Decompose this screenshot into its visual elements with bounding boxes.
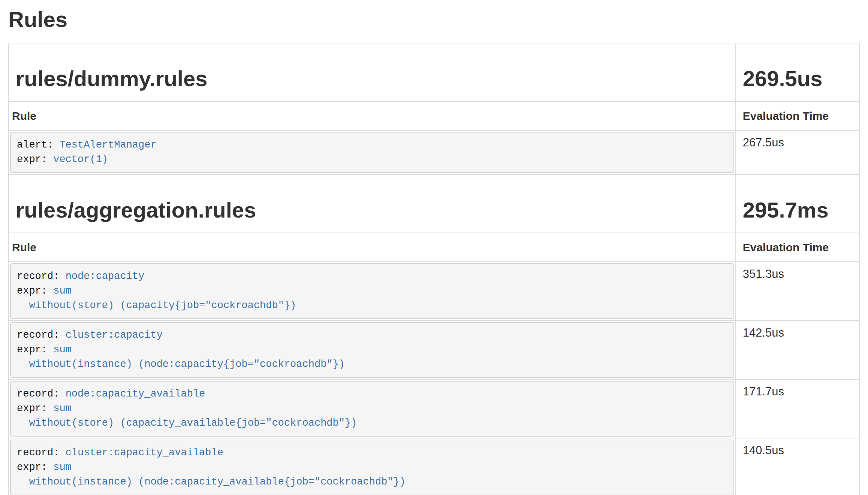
rules-table: rules/dummy.rules 269.5us Rule Evaluatio…: [8, 43, 860, 495]
rule-keyword: expr:: [17, 462, 53, 473]
rule-cell: record: node:capacity_available expr: su…: [9, 379, 736, 438]
rule-definition: record: cluster:capacity expr: sum witho…: [10, 322, 734, 378]
rule-name-link[interactable]: node:capacity_available: [66, 388, 205, 400]
page-title: Rules: [8, 7, 860, 31]
rule-expr-link[interactable]: sum: [53, 403, 72, 414]
rule-group-name: rules/aggregation.rules: [16, 198, 729, 222]
eval-time-cell: 267.5us: [736, 130, 859, 174]
rule-definition: record: node:capacity_available expr: su…: [10, 381, 734, 437]
rule-line: record: node:capacity: [17, 269, 727, 284]
rule-group-eval-time: 269.5us: [743, 67, 852, 91]
eval-time-cell: 142.5us: [736, 321, 859, 379]
eval-time-column-header: Evaluation Time: [736, 233, 859, 262]
rule-cell: record: cluster:capacity expr: sum witho…: [9, 321, 736, 379]
rule-keyword: expr:: [17, 344, 53, 355]
rule-expr-link[interactable]: sum: [53, 462, 72, 473]
rule-row: record: node:capacity_available expr: su…: [9, 379, 859, 438]
rule-name-link[interactable]: TestAlertManager: [59, 139, 156, 151]
rule-group-eval-time: 295.7ms: [743, 198, 852, 222]
eval-time-cell: 351.3us: [736, 262, 859, 321]
rule-name-link[interactable]: cluster:capacity_available: [66, 447, 223, 458]
eval-time-cell: 171.7us: [736, 379, 859, 438]
rule-expr-link[interactable]: sum: [53, 285, 72, 297]
rule-group-time-cell: 295.7ms: [736, 174, 859, 233]
page-container: Rules rules/dummy.rules 269.5us Rule Eva…: [0, 7, 868, 495]
rule-line: record: cluster:capacity: [17, 328, 727, 343]
column-header-row: Rule Evaluation Time: [9, 233, 859, 262]
rule-line: expr: sum: [17, 401, 727, 416]
rule-group-name: rules/dummy.rules: [16, 67, 729, 91]
rule-cell: alert: TestAlertManager expr: vector(1): [9, 130, 736, 174]
rule-line: expr: vector(1): [17, 152, 727, 167]
rule-group-header-cell: rules/dummy.rules: [9, 43, 736, 101]
rule-group-row: rules/dummy.rules 269.5us: [9, 43, 859, 101]
rule-keyword: expr:: [17, 285, 53, 297]
rule-definition: record: node:capacity expr: sum without(…: [10, 263, 734, 319]
rule-cell: record: cluster:capacity_available expr:…: [9, 438, 736, 495]
rule-name-link[interactable]: cluster:capacity: [66, 330, 163, 341]
rule-cell: record: node:capacity expr: sum without(…: [9, 262, 736, 321]
rule-definition: record: cluster:capacity_available expr:…: [10, 440, 734, 495]
rule-line: expr: sum: [17, 460, 727, 475]
rule-row: alert: TestAlertManager expr: vector(1) …: [9, 130, 859, 174]
rule-line: expr: sum: [17, 343, 727, 357]
rule-column-header: Rule: [9, 101, 736, 130]
rule-line: expr: sum: [17, 284, 727, 298]
rule-expr-continuation[interactable]: without(store) (capacity_available{job="…: [17, 416, 727, 431]
rule-row: record: cluster:capacity expr: sum witho…: [9, 321, 859, 379]
rule-expr-continuation[interactable]: without(store) (capacity{job="cockroachd…: [17, 298, 727, 313]
rule-column-header: Rule: [9, 233, 736, 262]
rule-expr-continuation[interactable]: without(instance) (node:capacity{job="co…: [17, 357, 727, 372]
rule-keyword: expr:: [17, 154, 53, 165]
rule-line: record: node:capacity_available: [17, 387, 727, 401]
rule-name-link[interactable]: node:capacity: [66, 271, 145, 282]
rule-keyword: expr:: [17, 403, 53, 414]
rule-row: record: cluster:capacity_available expr:…: [9, 438, 859, 495]
rule-definition: alert: TestAlertManager expr: vector(1): [10, 132, 734, 173]
rule-expr-link[interactable]: sum: [53, 344, 72, 355]
rule-keyword: record:: [17, 271, 66, 282]
rule-expr-link[interactable]: vector(1): [53, 154, 108, 165]
rule-line: record: cluster:capacity_available: [17, 446, 727, 460]
rule-group-time-cell: 269.5us: [736, 43, 859, 101]
rule-group-row: rules/aggregation.rules 295.7ms: [9, 174, 859, 233]
column-header-row: Rule Evaluation Time: [9, 101, 859, 130]
eval-time-column-header: Evaluation Time: [736, 101, 859, 130]
eval-time-cell: 140.5us: [736, 438, 859, 495]
rule-keyword: record:: [17, 447, 66, 458]
rule-row: record: node:capacity expr: sum without(…: [9, 262, 859, 321]
rule-keyword: record:: [17, 388, 66, 400]
rule-expr-continuation[interactable]: without(instance) (node:capacity_availab…: [17, 475, 727, 489]
rule-keyword: record:: [17, 330, 66, 341]
rule-line: alert: TestAlertManager: [17, 138, 727, 152]
rule-keyword: alert:: [17, 139, 59, 151]
rule-group-header-cell: rules/aggregation.rules: [9, 174, 736, 233]
